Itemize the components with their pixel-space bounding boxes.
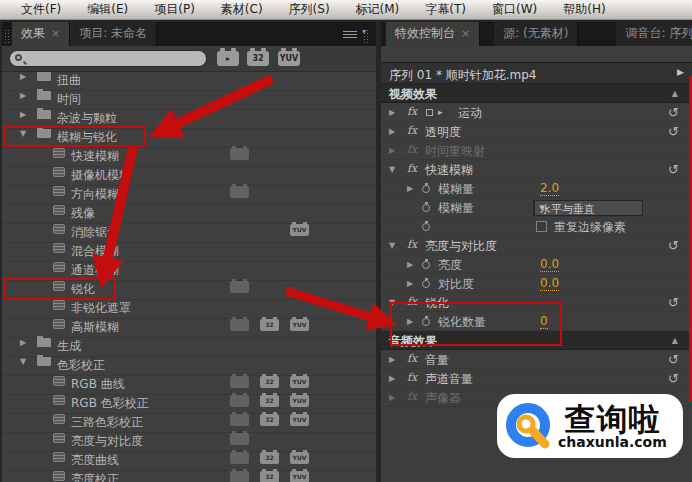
tab-effects[interactable]: 效果× <box>12 22 70 46</box>
chevron-down-icon[interactable]: ▼ <box>534 201 549 216</box>
tree-effect-row[interactable]: 残像 <box>2 205 376 224</box>
twirl-icon[interactable]: ▶ <box>407 260 413 269</box>
menu-item[interactable]: 项目(P) <box>141 0 208 20</box>
reset-icon[interactable]: ↺ <box>668 162 679 177</box>
twirl-icon[interactable]: ▶ <box>407 184 413 193</box>
menu-item[interactable]: 序列(S) <box>276 0 343 20</box>
accelerated-effects-filter-icon[interactable]: ▸ <box>217 51 239 66</box>
menu-item[interactable]: 文件(F) <box>8 0 74 20</box>
clip-header[interactable]: 序列 01 * 顺时针加花.mp4 ▶ <box>381 62 692 84</box>
reset-icon[interactable]: ↺ <box>668 238 679 253</box>
reset-icon[interactable]: ↺ <box>668 295 679 310</box>
tab-audio-mixer[interactable]: 调音台: 序列 01 <box>616 22 692 46</box>
tab-project[interactable]: 项目: 未命名 <box>70 22 157 46</box>
tree-effect-row[interactable]: 锐化 <box>2 281 376 300</box>
twirl-icon[interactable]: ▶ <box>20 338 26 347</box>
menu-item[interactable]: 窗口(W) <box>479 0 550 20</box>
tree-folder-row[interactable]: ▶时间 <box>2 91 376 110</box>
dropdown[interactable]: 水平与垂直▼ <box>533 200 643 216</box>
twirl-icon[interactable]: ▼ <box>20 129 26 138</box>
checkbox[interactable] <box>536 221 547 232</box>
effect-row[interactable]: ▶fx音量↺ <box>381 350 692 369</box>
tree-folder-row[interactable]: ▼模糊与锐化 <box>2 129 376 148</box>
section-header[interactable]: 音频效果▲ <box>381 331 692 350</box>
tree-effect-row[interactable]: RGB 曲线32YUV <box>2 376 376 395</box>
param-row[interactable]: ▶锐化数量0 <box>381 312 692 331</box>
reset-icon[interactable]: ↺ <box>668 371 679 386</box>
twirl-icon[interactable]: ▶ <box>20 110 26 119</box>
stopwatch-icon[interactable] <box>422 261 430 269</box>
stopwatch-icon[interactable] <box>422 318 430 326</box>
twirl-icon[interactable]: ▶ <box>20 72 26 81</box>
effect-row[interactable]: ▼fx快速模糊↺ <box>381 160 692 179</box>
effect-row[interactable]: ▶fx声道音量↺ <box>381 369 692 388</box>
twirl-icon[interactable]: ▶ <box>407 279 413 288</box>
32bit-effects-filter-icon[interactable]: 32 <box>247 51 269 66</box>
twirl-icon[interactable]: ▶ <box>389 393 395 402</box>
twirl-icon[interactable]: ▶ <box>20 91 26 100</box>
tree-folder-row[interactable]: ▶扭曲 <box>2 72 376 91</box>
tree-effect-row[interactable]: 非锐化遮罩 <box>2 300 376 319</box>
close-icon[interactable]: × <box>461 27 470 40</box>
tab-effect-controls[interactable]: 特效控制台× <box>386 22 480 46</box>
param-checkbox-row[interactable]: 重复边缘像素 <box>381 217 692 236</box>
twirl-icon[interactable]: ▼ <box>389 165 395 174</box>
yuv-effects-filter-icon[interactable]: YUV <box>278 51 300 66</box>
twirl-icon[interactable]: ▶ <box>389 146 395 155</box>
param-value[interactable]: 0.0 <box>540 276 559 291</box>
effect-row[interactable]: ▶fx透明度↺ <box>381 122 692 141</box>
tree-effect-row[interactable]: RGB 色彩校正32YUV <box>2 395 376 414</box>
tree-folder-row[interactable]: ▶杂波与颗粒 <box>2 110 376 129</box>
stopwatch-icon[interactable] <box>422 280 430 288</box>
menu-item[interactable]: 编辑(E) <box>74 0 141 20</box>
tree-effect-row[interactable]: 方向模糊 <box>2 186 376 205</box>
effect-row[interactable]: ▶fx▸运动↺ <box>381 103 692 122</box>
tree-effect-row[interactable]: 摄像机模糊 <box>2 167 376 186</box>
show-timeline-icon[interactable]: ▶ <box>677 67 684 77</box>
menu-item[interactable]: 字幕(T) <box>412 0 479 20</box>
twirl-icon[interactable]: ▼ <box>20 357 26 366</box>
effect-row[interactable]: ▼fx亮度与对比度↺ <box>381 236 692 255</box>
tree-folder-row[interactable]: ▼色彩校正 <box>2 357 376 376</box>
param-value[interactable]: 0.0 <box>540 257 559 272</box>
menu-item[interactable]: 帮助(H) <box>550 0 618 20</box>
tree-effect-row[interactable]: 混合模糊 <box>2 243 376 262</box>
tree-effect-row[interactable]: 亮度校正32YUV <box>2 471 376 482</box>
menu-item[interactable]: 标记(M) <box>343 0 413 20</box>
param-row[interactable]: ▶亮度0.0 <box>381 255 692 274</box>
stopwatch-icon[interactable] <box>422 223 430 231</box>
tree-effect-row[interactable]: 三路色彩校正32YUV <box>2 414 376 433</box>
param-row[interactable]: ▶对比度0.0 <box>381 274 692 293</box>
reset-icon[interactable]: ↺ <box>668 124 679 139</box>
tree-effect-row[interactable]: 消除锯齿YUV <box>2 224 376 243</box>
twirl-icon[interactable]: ▶ <box>389 127 395 136</box>
reset-icon[interactable]: ↺ <box>668 352 679 367</box>
tree-folder-row[interactable]: ▶生成 <box>2 338 376 357</box>
twirl-icon[interactable]: ▶ <box>389 108 395 117</box>
param-row[interactable]: ▶模糊量2.0 <box>381 179 692 198</box>
tree-effect-row[interactable]: 亮度曲线32YUV <box>2 452 376 471</box>
param-dropdown-row[interactable]: 模糊量水平与垂直▼ <box>381 198 692 217</box>
search-input[interactable] <box>9 50 207 67</box>
close-icon[interactable]: × <box>51 27 60 40</box>
twirl-icon[interactable]: ▶ <box>389 355 395 364</box>
stopwatch-icon[interactable] <box>422 185 430 193</box>
reset-icon[interactable]: ↺ <box>668 105 679 120</box>
param-value[interactable]: 0 <box>540 314 548 329</box>
twirl-icon[interactable]: ▼ <box>389 298 395 307</box>
panel-grip-icon[interactable] <box>4 29 9 43</box>
panel-menu-icon[interactable] <box>343 31 357 40</box>
section-header[interactable]: 视频效果▲ <box>381 84 692 103</box>
twirl-icon[interactable]: ▶ <box>389 374 395 383</box>
tree-effect-row[interactable]: 快速模糊 <box>2 148 376 167</box>
menu-item[interactable]: 素材(C) <box>208 0 276 20</box>
param-value[interactable]: 2.0 <box>540 181 559 196</box>
collapse-triangle-icon[interactable]: ▲ <box>672 336 678 345</box>
twirl-icon[interactable]: ▶ <box>407 317 413 326</box>
collapse-triangle-icon[interactable]: ▲ <box>672 89 678 98</box>
effect-row[interactable]: ▼fx锐化↺ <box>381 293 692 312</box>
stopwatch-icon[interactable] <box>422 204 430 212</box>
tab-source[interactable]: 源: (无素材) <box>494 22 578 46</box>
tree-effect-row[interactable]: 亮度与对比度 <box>2 433 376 452</box>
twirl-icon[interactable]: ▼ <box>389 241 395 250</box>
